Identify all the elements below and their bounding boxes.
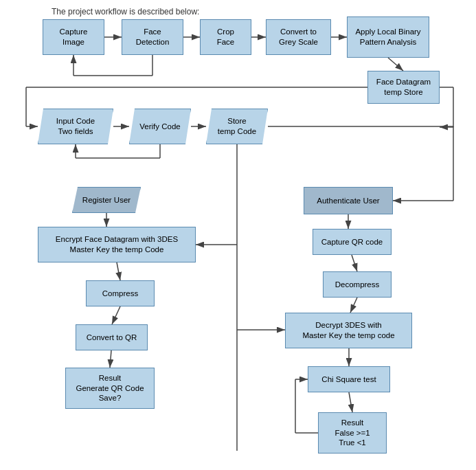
node-face-datagram: Face Datagramtemp Store xyxy=(367,71,440,104)
node-face-detection: FaceDetection xyxy=(122,19,183,55)
node-compress: Compress xyxy=(86,280,155,306)
node-decompress: Decompress xyxy=(323,271,392,298)
svg-line-24 xyxy=(110,350,111,368)
node-register-user: Register User xyxy=(72,187,141,213)
node-result-false: ResultFalse >=1True <1 xyxy=(318,412,387,454)
node-crop-face: CropFace xyxy=(200,19,251,55)
svg-line-27 xyxy=(352,255,357,271)
svg-line-22 xyxy=(117,262,120,280)
svg-line-6 xyxy=(388,58,403,71)
node-result-generate: ResultGenerate QR CodeSave? xyxy=(65,368,155,409)
svg-line-23 xyxy=(112,306,120,324)
diagram: The project workflow is described below:… xyxy=(0,0,476,470)
svg-line-28 xyxy=(350,298,357,313)
diagram-title: The project workflow is described below: xyxy=(52,7,199,16)
node-store-temp: Storetemp Code xyxy=(206,109,268,144)
node-decrypt-3des: Decrypt 3DES withMaster Key the temp cod… xyxy=(285,313,412,348)
node-convert-qr: Convert to QR xyxy=(76,324,148,350)
node-apply-lbp: Apply Local BinaryPattern Analysis xyxy=(347,16,429,58)
node-convert-grey: Convert toGrey Scale xyxy=(266,19,331,55)
svg-line-30 xyxy=(349,392,352,412)
node-verify-code: Verify Code xyxy=(129,109,191,144)
node-input-code: Input CodeTwo fields xyxy=(38,109,113,144)
node-authenticate-user: Authenticate User xyxy=(304,187,393,214)
node-capture-qr: Capture QR code xyxy=(313,229,392,255)
node-chi-square: Chi Square test xyxy=(308,366,390,392)
node-capture-image: CaptureImage xyxy=(43,19,104,55)
node-encrypt-face: Encrypt Face Datagram with 3DESMaster Ke… xyxy=(38,227,196,262)
